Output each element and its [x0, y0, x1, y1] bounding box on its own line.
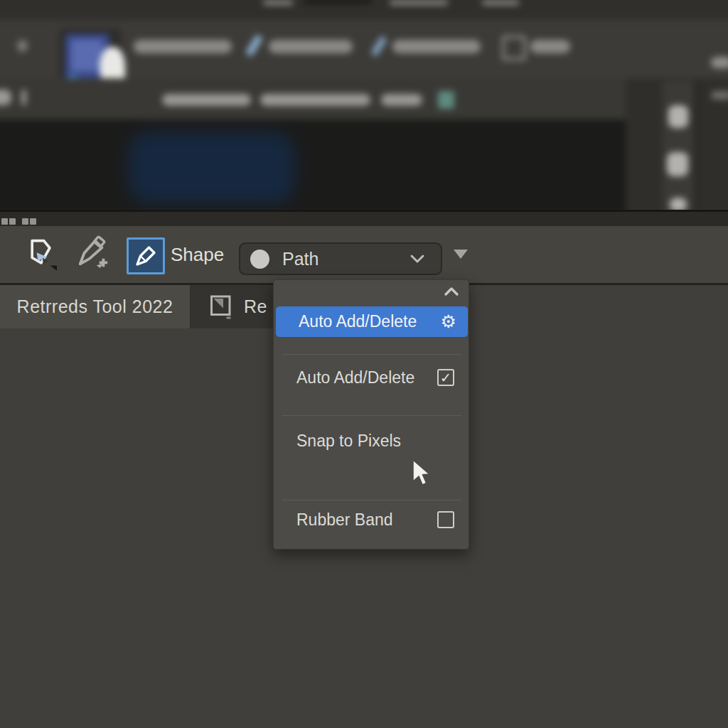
mode-circle-icon	[250, 250, 269, 269]
grip-dot	[30, 218, 36, 225]
app-icon-inner	[71, 40, 102, 71]
gear-icon: ⚙	[441, 313, 456, 331]
blurred-background	[0, 0, 728, 213]
blurred-top-right-tab	[711, 57, 728, 68]
rectangle-tool-icon	[208, 293, 234, 321]
tab-partial-label: Re	[244, 296, 267, 317]
menu-item-label: Snap to Pixels	[296, 432, 454, 451]
grip-dot	[9, 218, 16, 225]
grip-dot	[22, 218, 28, 225]
scroll-up-chevron-icon[interactable]	[443, 286, 460, 300]
menu-divider	[282, 500, 461, 500]
pen-tool-button[interactable]	[127, 237, 165, 274]
checkbox-checked-icon[interactable]: ✓	[437, 369, 454, 386]
blurred-status-text	[381, 94, 422, 106]
blurred-chevron	[17, 40, 28, 52]
path-mode-select[interactable]: Path	[239, 242, 442, 275]
menu-divider	[282, 415, 461, 416]
blurred-panel-divider	[695, 81, 697, 213]
menu-item-snap-to-pixels[interactable]: Snap to Pixels	[274, 429, 469, 453]
background-app-area	[0, 0, 728, 213]
menu-item-auto-add-delete-highlighted[interactable]: Auto Add/Delete ⚙	[276, 306, 468, 337]
blurred-panel-icon	[668, 105, 688, 128]
blurred-panel-column	[663, 81, 694, 213]
blurred-status-text	[260, 94, 370, 106]
menu-item-label: Auto Add/Delete	[296, 368, 437, 387]
menu-item-label: Rubber Band	[296, 510, 437, 530]
menu-item-label: Auto Add/Delete	[299, 312, 441, 331]
blurred-title-text	[263, 0, 293, 5]
blurred-title-text	[482, 0, 519, 5]
checkbox-unchecked-icon[interactable]	[437, 511, 454, 528]
blurred-square-icon	[502, 36, 526, 60]
blurred-status-text	[162, 94, 251, 106]
path-mode-value: Path	[282, 249, 410, 269]
blurred-menu-item	[269, 40, 353, 53]
blurred-left-label	[0, 90, 11, 105]
blurred-top-right-mark	[711, 91, 728, 100]
tab-label: Retrreds Tool 2022	[17, 296, 173, 317]
menu-divider	[282, 354, 461, 355]
add-anchor-point-tool-button[interactable]	[74, 233, 111, 272]
pen-cursor-icon	[26, 237, 57, 271]
photoshop-window: Shape Path Retrreds Tool 2022 Re	[0, 0, 728, 728]
blurred-teal-icon	[438, 91, 454, 109]
tool-options-bar: Shape Path	[0, 226, 728, 285]
blurred-canvas-image	[128, 132, 295, 203]
shape-label: Shape	[171, 226, 224, 283]
menu-item-rubber-band[interactable]: Rubber Band	[274, 508, 469, 532]
menu-item-auto-add-delete[interactable]: Auto Add/Delete ✓	[274, 365, 469, 390]
blurred-title-text	[390, 0, 448, 5]
tool-options-dropdown-menu: Auto Add/Delete ⚙ Auto Add/Delete ✓ Snap…	[273, 279, 469, 550]
chevron-down-icon	[410, 254, 425, 264]
blurred-canvas	[0, 119, 626, 213]
pen-preset-tool-button[interactable]	[23, 235, 60, 273]
blurred-left-label	[21, 90, 26, 105]
blurred-panel-icon	[667, 152, 688, 176]
blurred-menu-item	[530, 40, 570, 53]
title-strip-notch	[304, 0, 372, 4]
options-flyout-arrow[interactable]	[454, 250, 468, 259]
tab-retrreds-tool[interactable]: Retrreds Tool 2022	[0, 285, 190, 328]
blurred-menu-item	[134, 40, 232, 53]
pen-plus-icon	[75, 234, 110, 271]
grip-dot	[1, 218, 8, 225]
pen-icon	[133, 243, 159, 269]
blurred-menu-item	[392, 40, 481, 53]
